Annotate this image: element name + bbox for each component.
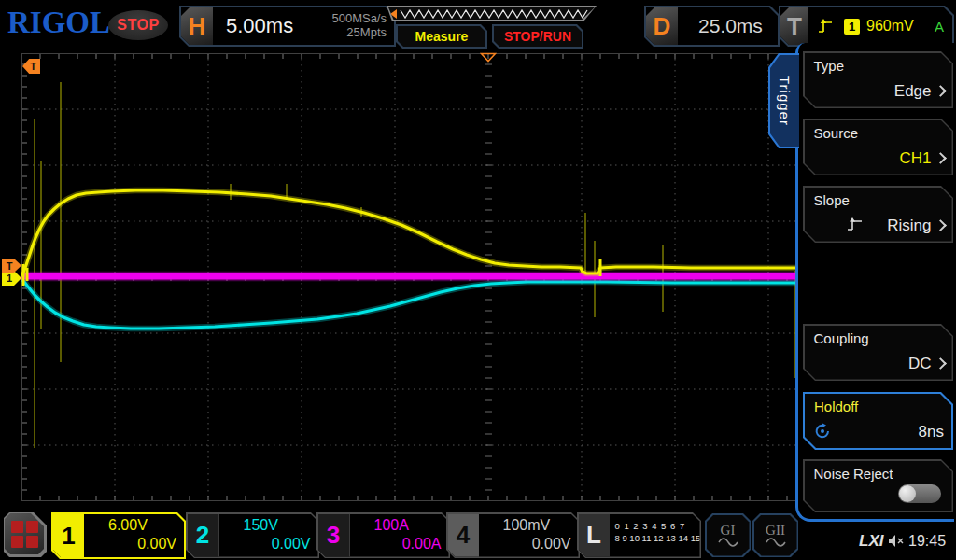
trigger-mode: A — [935, 19, 944, 35]
menu-grid-icon — [11, 521, 23, 533]
trigger-position-label: T — [30, 61, 36, 72]
generator-1-button[interactable]: GI — [705, 513, 751, 557]
rigol-logo: RIGOL — [7, 6, 110, 40]
source-value: CH1 — [899, 149, 931, 168]
channel-4-tab: 4 — [448, 514, 479, 557]
delay-label: D — [646, 7, 678, 45]
menu-item-noise-reject[interactable]: Noise Reject — [803, 459, 953, 512]
ch3-offset: 0.00A — [356, 535, 442, 553]
main-menu-button[interactable] — [4, 512, 47, 557]
g2-label: GII — [766, 524, 785, 538]
ch1-offset: 0.00V — [90, 535, 176, 553]
logic-channels-box[interactable]: L 0 1 2 3 4 5 6 7 8 9 10 11 12 13 14 15 — [577, 512, 701, 558]
holdoff-label: Holdoff — [814, 399, 858, 414]
slope-value: Rising — [887, 217, 931, 235]
trigger-menu-panel — [795, 43, 954, 522]
coupling-value: DC — [908, 355, 932, 373]
stop-run-button[interactable]: STOP/RUN — [492, 24, 583, 49]
trigger-level-value: 960mV — [866, 18, 914, 35]
preview-zigzag — [387, 7, 594, 20]
menu-item-type[interactable]: Type Edge — [803, 51, 953, 108]
clock: 19:45 — [908, 533, 946, 550]
ch2-offset: 0.00V — [225, 535, 311, 553]
generator-2-button[interactable]: GII — [752, 513, 798, 557]
rising-edge-icon — [816, 17, 836, 35]
trigger-menu-tab[interactable]: Trigger — [768, 53, 799, 148]
run-state-badge: STOP — [108, 10, 168, 40]
horizontal-timebase-box[interactable]: H 5.00ms 500MSa/s 25Mpts — [179, 6, 396, 47]
memory-depth: 25Mpts — [331, 26, 387, 40]
trigger-status-label: T — [780, 7, 808, 45]
chevron-right-icon — [935, 357, 947, 370]
menu-item-slope[interactable]: Slope Rising — [803, 186, 953, 243]
lxi-indicator: LXI — [859, 532, 883, 551]
coupling-label: Coupling — [814, 330, 869, 346]
channel-3-box[interactable]: 3 100A 0.00A — [316, 512, 450, 558]
trigger-source-badge: 1 — [844, 19, 860, 35]
knob-icon — [813, 422, 832, 441]
chevron-right-icon — [935, 85, 947, 97]
trigger-status-box[interactable]: T 1 960mV A — [779, 6, 954, 47]
logic-tab: L — [579, 514, 610, 557]
rising-edge-icon — [846, 217, 866, 233]
sample-rate: 500MSa/s — [331, 12, 387, 26]
ch1-offset-marker[interactable]: 1 — [2, 271, 21, 286]
channel-3-tab: 3 — [318, 514, 350, 557]
timebase-value: 5.00ms — [226, 14, 293, 38]
source-label: Source — [814, 125, 859, 141]
menu-item-holdoff[interactable]: Holdoff 8ns — [803, 392, 953, 450]
ch1-scale: 6.00V — [108, 516, 148, 535]
type-label: Type — [814, 58, 845, 74]
channel-4-box[interactable]: 4 100mV 0.00V — [446, 512, 580, 558]
measure-button[interactable]: Measure — [396, 24, 487, 49]
ch3-scale: 100A — [374, 516, 409, 535]
speaker-muted-icon[interactable] — [887, 533, 905, 549]
channel-1-box[interactable]: 1 6.00V 0.00V — [51, 512, 186, 559]
horizontal-label: H — [181, 7, 213, 45]
channel-1-tab: 1 — [53, 514, 84, 557]
logic-row-1: 0 1 2 3 4 5 6 7 — [615, 520, 701, 532]
toggle-knob — [899, 485, 916, 502]
delay-value: 25.0ms — [698, 15, 763, 37]
trigger-level-label: T — [7, 260, 13, 272]
channel-2-box[interactable]: 2 150V 0.00V — [186, 512, 319, 558]
noise-reject-label: Noise Reject — [814, 466, 893, 482]
menu-item-source[interactable]: Source CH1 — [803, 119, 953, 175]
noise-reject-toggle[interactable] — [898, 484, 941, 503]
chevron-right-icon — [935, 152, 947, 164]
holdoff-value: 8ns — [919, 423, 944, 441]
waveform-preview-strip[interactable] — [387, 6, 597, 21]
g1-label: GI — [721, 524, 736, 538]
slope-label: Slope — [814, 192, 850, 208]
trigger-tab-label: Trigger — [777, 76, 793, 126]
chevron-right-icon — [935, 219, 947, 231]
waveform-display — [21, 53, 798, 501]
sine-wave-icon — [718, 538, 738, 547]
ch4-scale: 100mV — [503, 516, 551, 535]
delay-box[interactable]: D 25.0ms — [644, 6, 780, 47]
sine-wave-icon — [766, 538, 786, 547]
ch1-marker-label: 1 — [7, 273, 12, 284]
ch2-scale: 150V — [244, 516, 278, 535]
channel-2-tab: 2 — [188, 514, 219, 557]
oscilloscope-screen: { "header": { "brand": "RIGOL", "run_sta… — [0, 0, 956, 560]
type-value: Edge — [894, 82, 932, 101]
ch4-offset: 0.00V — [485, 535, 571, 553]
menu-item-coupling[interactable]: Coupling DC — [803, 324, 953, 381]
logic-row-2: 8 9 10 11 12 13 14 15 — [615, 532, 701, 544]
trigger-level-marker[interactable]: T — [2, 259, 21, 273]
delay-position-marker[interactable] — [480, 52, 497, 63]
